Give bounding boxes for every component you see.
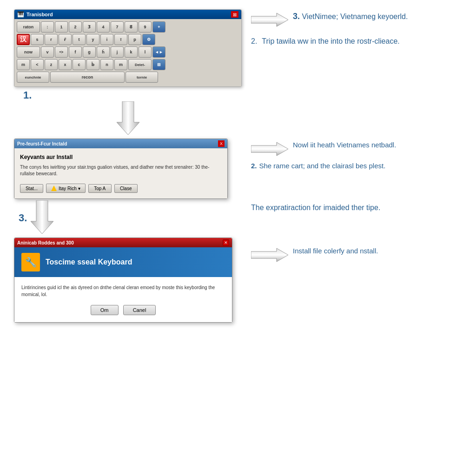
kb-key-7[interactable]: 7 bbox=[111, 21, 124, 33]
install-header: 🔧 Toscime sseal Keyboard bbox=[14, 247, 232, 277]
kb-key-3[interactable]: 3̈ bbox=[83, 21, 96, 33]
keyboard-title-text: Tranisbord bbox=[26, 12, 53, 17]
keyboard-body: raton : 1 2 3̈ 4 7 8̈ 9 + 汉 s bbox=[14, 19, 241, 86]
kb-key-c[interactable]: c bbox=[73, 59, 86, 70]
kb-key-j[interactable]: j bbox=[111, 46, 124, 58]
dialog-topa-button[interactable]: Top A bbox=[88, 184, 112, 193]
kb-key-recon[interactable]: recon bbox=[50, 72, 125, 83]
kb-key-arrow[interactable]: •> bbox=[55, 46, 68, 58]
kb-key-lr-arrows[interactable]: ◄► bbox=[152, 46, 165, 58]
step2-anno1-text: Nowl iit heath Vietnames netbadl. bbox=[293, 141, 396, 149]
dialog-titlebar: Pre-feurst-Fcur Inctald X bbox=[14, 139, 227, 148]
arrow-right-2 bbox=[251, 141, 288, 157]
kb-key-colon[interactable]: : bbox=[41, 21, 54, 33]
svg-marker-2 bbox=[251, 142, 288, 156]
arrow-right-1 bbox=[251, 12, 288, 28]
svg-marker-3 bbox=[31, 200, 53, 234]
kb-key-x[interactable]: x bbox=[59, 59, 72, 70]
install-icon-glyph: 🔧 bbox=[25, 257, 37, 268]
kb-key-s[interactable]: s bbox=[31, 34, 44, 45]
step1-anno3-num: 3. bbox=[293, 12, 300, 21]
kb-key-4[interactable]: 4 bbox=[97, 21, 110, 33]
step2-anno2-num: 2. bbox=[251, 162, 257, 170]
install-canel-button[interactable]: Canel bbox=[123, 305, 156, 315]
keyboard-title-icon: 🎹 bbox=[17, 11, 24, 18]
kb-key-i[interactable]: i bbox=[100, 34, 113, 45]
keyboard-close-button[interactable]: ⊠ bbox=[231, 11, 238, 18]
kb-key-h[interactable]: ĥ bbox=[97, 46, 110, 58]
step2-right-annotations: Nowl iit heath Vietnames netbadl. 2. She… bbox=[242, 139, 462, 170]
dialog-buttons-row: Stat... Itay Rich ▾ Top A Clase bbox=[20, 184, 222, 193]
svg-marker-0 bbox=[251, 13, 288, 26]
step1-annotation-3: 3. VietNimee; Vietnameg keyoerld. bbox=[293, 12, 408, 21]
dialog-window: Pre-feurst-Fcur Inctald X Keyvants aur I… bbox=[14, 139, 228, 199]
kb-key-m2[interactable]: m bbox=[114, 59, 127, 70]
dialog-clase-button[interactable]: Clase bbox=[114, 184, 138, 193]
dialog-stat-button[interactable]: Stat... bbox=[20, 184, 43, 193]
kb-key-raton[interactable]: raton bbox=[17, 21, 40, 33]
step3-anno-text: Install file colerfy and nstall. bbox=[293, 247, 378, 255]
arrow-down-2 bbox=[29, 200, 55, 235]
kb-key-r2[interactable]: r̈ bbox=[59, 34, 72, 45]
kb-key-n[interactable]: n bbox=[100, 59, 113, 70]
kb-key-g[interactable]: g bbox=[83, 46, 96, 58]
step1-anno2-text: Trip tawila ww in the into the rostr-cli… bbox=[262, 37, 399, 46]
kb-key-2[interactable]: 2 bbox=[69, 21, 82, 33]
kb-row-2: 汉 s r r̈ t y i ï p ⚙ bbox=[17, 34, 239, 45]
warn-icon bbox=[51, 185, 57, 191]
kb-key-delete[interactable]: Delet- bbox=[128, 59, 152, 70]
install-close-button[interactable]: ✕ bbox=[223, 239, 229, 246]
install-om-button[interactable]: Om bbox=[91, 305, 119, 315]
step1-annotation-2: 2. bbox=[251, 37, 257, 46]
step1-anno2-label: 2. bbox=[251, 37, 257, 46]
kb-key-b[interactable]: b̈ bbox=[86, 59, 99, 70]
kb-key-now[interactable]: now bbox=[17, 46, 40, 58]
kb-row-3: now v •> f g ĥ j k l ◄► bbox=[17, 46, 239, 58]
arrow-down-1 bbox=[115, 101, 141, 136]
kb-row-1: raton : 1 2 3̈ 4 7 8̈ 9 + bbox=[17, 21, 239, 33]
dialog-itayrich-button[interactable]: Itay Rich ▾ bbox=[46, 184, 86, 193]
dialog-close-button[interactable]: X bbox=[218, 140, 225, 147]
kb-key-tornie[interactable]: tornie bbox=[126, 72, 158, 83]
keyboard-window: 🎹 Tranisbord ⊠ raton : 1 2 3̈ 4 7 bbox=[14, 9, 242, 87]
kb-key-eunchnie[interactable]: eunchnie bbox=[17, 72, 49, 83]
kb-key-plus[interactable]: + bbox=[152, 21, 165, 33]
step3-side-text: The expratiraction for imaided ther tipe… bbox=[251, 204, 462, 212]
install-header-text: Toscime sseal Keyboard bbox=[46, 258, 132, 266]
kb-key-y[interactable]: y bbox=[86, 34, 99, 45]
step3-right-annotations: Install file colerfy and nstall. bbox=[242, 238, 462, 263]
kb-key-r1[interactable]: r bbox=[45, 34, 58, 45]
install-window: Aninicab Roddes and 300 ✕ 🔧 Toscime ssea… bbox=[14, 238, 232, 323]
svg-marker-1 bbox=[117, 101, 139, 135]
kb-key-m-icon[interactable]: m bbox=[17, 59, 30, 70]
kb-key-lt[interactable]: < bbox=[31, 59, 44, 70]
dialog-title-text: Pre-feurst-Fcur Inctald bbox=[17, 141, 67, 146]
install-body: Lintirincines guid icl the ais dyreed on… bbox=[14, 277, 232, 322]
keyboard-titlebar: 🎹 Tranisbord ⊠ bbox=[14, 10, 241, 19]
kb-key-p[interactable]: p bbox=[128, 34, 141, 45]
kb-key-v[interactable]: v bbox=[41, 46, 54, 58]
kb-key-gear[interactable]: ⚙ bbox=[142, 34, 155, 45]
kb-row-4: m < z x c b̈ n m Delet- ⊞ bbox=[17, 59, 239, 70]
kb-key-t[interactable]: t bbox=[73, 34, 86, 45]
kb-key-9[interactable]: 9 bbox=[139, 21, 152, 33]
kb-key-chinese[interactable]: 汉 bbox=[17, 34, 30, 45]
kb-key-8[interactable]: 8̈ bbox=[125, 21, 138, 33]
kb-key-z[interactable]: z bbox=[45, 59, 58, 70]
kb-key-win[interactable]: ⊞ bbox=[152, 59, 165, 70]
install-titlebar: Aninicab Roddes and 300 ✕ bbox=[14, 238, 232, 247]
arrow-right-3 bbox=[251, 247, 288, 263]
dialog-body: Keyvants aur Install The conys fes iwirl… bbox=[14, 148, 227, 198]
install-title-text: Aninicab Roddes and 300 bbox=[17, 240, 74, 245]
kb-key-k[interactable]: k bbox=[125, 46, 138, 58]
kb-key-l[interactable]: l bbox=[139, 46, 152, 58]
kb-key-1[interactable]: 1 bbox=[55, 21, 68, 33]
step1-right-annotations: 3. VietNimee; Vietnameg keyoerld. 2. Tri… bbox=[242, 9, 462, 46]
kb-key-f[interactable]: f bbox=[69, 46, 82, 58]
install-buttons-row: Om Canel bbox=[21, 305, 225, 315]
dialog-description: The conys fes iwirlting your stair.tngs … bbox=[20, 164, 222, 177]
kb-key-idot[interactable]: ï bbox=[114, 34, 127, 45]
install-desc: Lintirincines guid icl the ais dyreed on… bbox=[21, 284, 225, 298]
install-icon: 🔧 bbox=[21, 253, 40, 271]
step3-label: 3. bbox=[19, 212, 27, 224]
